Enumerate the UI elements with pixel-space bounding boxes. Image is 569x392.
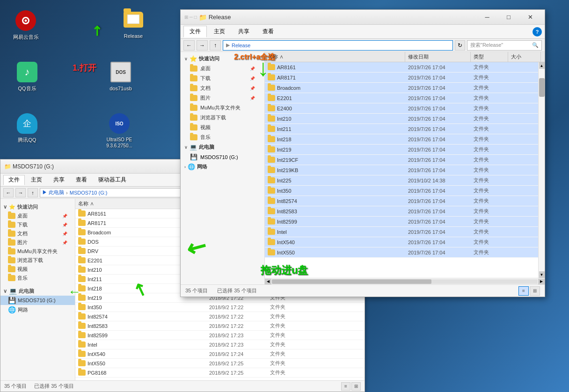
right-col-size-header[interactable]: 大小 (508, 52, 541, 62)
table-row[interactable]: E2400 2019/7/26 17:04 文件夹 (265, 103, 538, 114)
scrollbar-thumb[interactable] (539, 78, 545, 97)
table-row[interactable]: Int82583 2018/9/2 17:22 文件夹 (75, 321, 365, 331)
left-tab-home[interactable]: 主页 (26, 175, 47, 185)
right-tab-view[interactable]: 查看 (256, 26, 280, 37)
left-forward-btn[interactable]: → (15, 188, 26, 197)
right-sidebar-msdos710[interactable]: 💾 MSDOS710 (G:) (181, 152, 264, 162)
right-tab-home[interactable]: 主页 (208, 26, 231, 37)
table-row[interactable]: Intel 2018/9/2 17:23 文件夹 (75, 340, 365, 349)
right-tab-share[interactable]: 共享 (232, 26, 255, 37)
table-row[interactable]: IntX550 2019/7/26 17:04 文件夹 (265, 247, 538, 258)
right-maximize-btn[interactable]: □ (498, 10, 519, 24)
left-sidebar-music[interactable]: 音乐 (0, 274, 75, 283)
right-forward-btn[interactable]: → (197, 40, 208, 51)
table-row[interactable]: Intel 2019/7/26 17:04 文件夹 (265, 227, 538, 237)
right-sidebar-music[interactable]: 音乐 (181, 132, 264, 142)
desktop-icon-release[interactable]: Release (115, 8, 152, 39)
table-row[interactable]: Int219KB 2019/7/26 17:04 文件夹 (265, 165, 538, 175)
left-tab-view[interactable]: 查看 (71, 175, 92, 185)
hscroll-thumb[interactable] (272, 279, 431, 284)
folder-icon (190, 115, 197, 121)
right-view-details-btn[interactable]: ≡ (518, 286, 529, 296)
left-sidebar-docs[interactable]: 文档 📌 (0, 229, 75, 238)
left-sidebar-downloads[interactable]: 下载 📌 (0, 220, 75, 229)
table-row[interactable]: AR8161 2019/7/26 17:04 文件夹 (265, 62, 538, 73)
table-row[interactable]: Broadcom 2019/7/26 17:04 文件夹 (265, 83, 538, 93)
table-row[interactable]: Int82599 2019/7/26 17:04 文件夹 (265, 217, 538, 227)
left-sidebar-mumu[interactable]: MuMu共享文件夹 (0, 247, 75, 256)
right-col-date-header[interactable]: 修改日期 (405, 52, 471, 62)
right-minimize-btn[interactable]: ─ (476, 10, 498, 24)
desktop-icon-dos71usb[interactable]: DOS dos71usb (102, 61, 139, 92)
right-sidebar-pictures[interactable]: 图片 📌 (181, 93, 264, 103)
scrollbar-up-btn[interactable]: ▲ (539, 62, 545, 69)
hscroll-track[interactable] (272, 279, 538, 284)
table-row[interactable]: IntX550 2018/9/2 17:25 文件夹 (75, 359, 365, 368)
hscroll-left-btn[interactable]: ◀ (265, 279, 271, 284)
table-row[interactable]: Int82574 2018/9/2 17:22 文件夹 (75, 312, 365, 321)
left-view-details-btn[interactable]: ≡ (341, 382, 350, 391)
left-tab-file[interactable]: 文件 (3, 175, 25, 185)
right-search-bar[interactable]: 搜索"Release" 🔍 (467, 40, 542, 51)
right-up-btn[interactable]: ↑ (210, 40, 221, 51)
right-sidebar-thispc-header[interactable]: ∨ 💻 此电脑 (181, 142, 264, 152)
table-row[interactable]: PG8168 2018/9/2 17:25 文件夹 (75, 368, 365, 377)
right-sidebar-docs[interactable]: 文档 📌 (181, 83, 264, 93)
right-close-btn[interactable]: ✕ (519, 10, 541, 24)
right-toolbar: ← → ↑ ▶ Release ↻ 搜索"Release" 🔍 (181, 39, 545, 52)
right-back-btn[interactable]: ← (183, 40, 195, 51)
pin-icon: 📌 (250, 76, 255, 81)
right-sidebar-downloads[interactable]: 下载 📌 (181, 73, 264, 83)
right-scrollbar[interactable]: ▲ ▼ (538, 62, 545, 278)
right-refresh-btn[interactable]: ↻ (455, 40, 465, 51)
left-sidebar-msdos710[interactable]: 💾 MSDOS710 (G:) (0, 296, 75, 305)
right-view-tiles-btn[interactable]: ⊞ (530, 286, 540, 296)
right-help-btn[interactable]: ? (533, 27, 542, 36)
table-row[interactable]: E2201 2019/7/26 17:04 文件夹 (265, 93, 538, 103)
left-tab-drive[interactable]: 驱动器工具 (93, 175, 131, 185)
right-col-type-header[interactable]: 类型 (471, 52, 508, 62)
table-row[interactable]: Int350 2018/9/2 17:22 文件夹 (75, 303, 365, 312)
table-row[interactable]: Int225 2019/10/2 14:38 文件夹 (265, 175, 538, 186)
left-sidebar-thispc-header[interactable]: ∨ 💻 此电脑 (0, 286, 75, 296)
right-search-text: 搜索"Release" (470, 42, 503, 49)
table-row[interactable]: AR8171 2019/7/26 17:04 文件夹 (265, 73, 538, 83)
left-view-tiles-btn[interactable]: ⊞ (351, 382, 361, 391)
desktop-icon-qqmusic[interactable]: ♪ QQ音乐 (8, 61, 46, 92)
right-hscroll[interactable]: ◀ ▶ (265, 278, 545, 284)
right-sidebar-desktop[interactable]: 桌面 📌 (181, 64, 264, 73)
table-row[interactable]: Int219 2019/7/26 17:04 文件夹 (265, 145, 538, 155)
hscroll-right-btn[interactable]: ▶ (538, 279, 545, 284)
table-row[interactable]: Int82574 2019/7/26 17:04 文件夹 (265, 196, 538, 206)
table-row[interactable]: Int219CF 2019/7/26 17:04 文件夹 (265, 155, 538, 165)
desktop-icon-netease[interactable]: 网易云音乐 (7, 9, 44, 40)
table-row[interactable]: Int211 2019/7/26 17:04 文件夹 (265, 124, 538, 134)
right-col-name-header[interactable]: 名称 ∧ (265, 52, 405, 62)
right-sidebar-network-header[interactable]: › 🌐 网络 (181, 162, 264, 172)
table-row[interactable]: Int82583 2019/7/26 17:04 文件夹 (265, 206, 538, 217)
table-row[interactable]: Int350 2019/7/26 17:04 文件夹 (265, 186, 538, 196)
desktop-icon-tencentqq[interactable]: 企 腾讯QQ (8, 112, 46, 143)
left-sidebar-network[interactable]: 🌐 网路 (0, 305, 75, 314)
left-sidebar-quick-access-header[interactable]: ∨ ⭐ 快速访问 (0, 203, 75, 211)
left-sidebar-desktop[interactable]: 桌面 📌 (0, 211, 75, 220)
table-row[interactable]: Int218 2019/7/26 17:04 文件夹 (265, 134, 538, 145)
table-row[interactable]: IntX540 2019/7/26 17:04 文件夹 (265, 237, 538, 247)
right-file-list[interactable]: AR8161 2019/7/26 17:04 文件夹 AR8171 2019/7… (265, 62, 538, 278)
right-address-bar[interactable]: ▶ Release (223, 40, 453, 51)
left-up-btn[interactable]: ↑ (28, 188, 38, 197)
right-sidebar-mumu[interactable]: MuMu共享文件夹 (181, 103, 264, 113)
desktop-icon-ultraiso[interactable]: ISO UltraISO PE 9.3.6.2750... (101, 112, 138, 149)
left-tab-share[interactable]: 共享 (48, 175, 70, 185)
table-row[interactable]: IntX540 2018/9/2 17:24 文件夹 (75, 349, 365, 359)
left-sidebar-video[interactable]: 视频 (0, 265, 75, 274)
left-back-btn[interactable]: ← (3, 188, 14, 197)
table-row[interactable]: Int210 2019/7/26 17:04 文件夹 (265, 114, 538, 124)
right-tab-file[interactable]: 文件 (183, 26, 207, 37)
right-sidebar-video[interactable]: 视频 (181, 123, 264, 132)
table-row[interactable]: Int82599 2018/9/2 17:23 文件夹 (75, 331, 365, 340)
scrollbar-down-btn[interactable]: ▼ (539, 271, 545, 278)
left-sidebar-browser-dl[interactable]: 浏览器下载 (0, 256, 75, 265)
left-sidebar-pictures[interactable]: 图片 📌 (0, 238, 75, 247)
right-sidebar-browser-dl[interactable]: 浏览器下载 (181, 113, 264, 123)
